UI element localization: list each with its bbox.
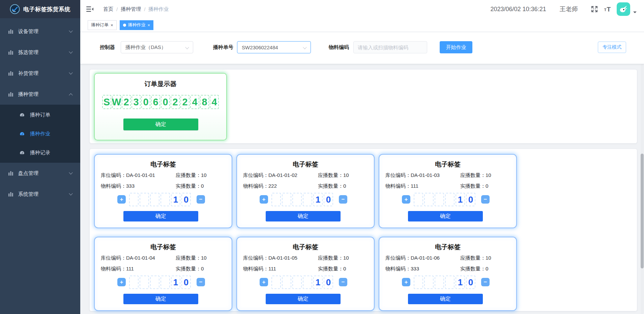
material-field: 物料编码：111 bbox=[385, 183, 418, 189]
font-size-icon[interactable]: T T bbox=[604, 6, 611, 12]
expected-qty-field: 应播数量：10 bbox=[318, 172, 349, 179]
location-field: 库位编码：DA-01-01-04 bbox=[101, 255, 155, 261]
location-value: DA-01-01-02 bbox=[268, 172, 297, 178]
expected-qty-field: 应播数量：10 bbox=[460, 255, 491, 261]
count-display: 1 0 bbox=[271, 276, 333, 289]
increment-button[interactable]: + bbox=[117, 278, 126, 286]
label-card-title: 电子标签 bbox=[237, 243, 374, 252]
user-menu-caret-icon[interactable] bbox=[633, 11, 637, 15]
sidebar-item-seeding-order[interactable]: 播种订单 bbox=[0, 105, 80, 124]
order-digit-cell: S bbox=[102, 95, 111, 109]
order-digit-cell: 3 bbox=[131, 95, 141, 109]
sidebar-item-seeding-job[interactable]: 播种作业 bbox=[0, 124, 80, 143]
increment-button[interactable]: + bbox=[260, 195, 268, 204]
increment-button[interactable]: + bbox=[402, 278, 410, 286]
confirm-button[interactable]: 确定 bbox=[408, 211, 483, 221]
decrement-button[interactable]: − bbox=[197, 278, 205, 286]
location-label: 库位编码： bbox=[385, 172, 411, 178]
sidebar-item-seeding-record[interactable]: 播种记录 bbox=[0, 143, 80, 162]
actual-qty-label: 实播数量： bbox=[460, 183, 486, 189]
start-job-button[interactable]: 开始作业 bbox=[440, 41, 472, 53]
count-digit-cell bbox=[414, 193, 423, 206]
confirm-button[interactable]: 确定 bbox=[266, 294, 341, 304]
actual-qty-field: 实播数量：0 bbox=[318, 183, 346, 189]
decrement-button[interactable]: − bbox=[481, 195, 490, 204]
chevron-down-icon bbox=[69, 29, 72, 32]
actual-qty-label: 实播数量： bbox=[176, 266, 201, 271]
material-label: 物料编码： bbox=[385, 183, 411, 189]
sidebar-item-label: 播种管理 bbox=[18, 91, 38, 98]
label-card-title: 电子标签 bbox=[379, 243, 516, 252]
expected-qty-value: 10 bbox=[343, 172, 349, 178]
increment-button[interactable]: + bbox=[402, 195, 410, 204]
sidebar-submenu-seeding: 播种订单 播种作业 播种记录 bbox=[0, 105, 80, 163]
confirm-button[interactable]: 确定 bbox=[123, 211, 198, 221]
material-label: 物料编码： bbox=[385, 266, 411, 271]
chevron-down-icon bbox=[69, 191, 72, 195]
sidebar-menu: 设备管理 拣选管理 补货管理 播种管理 播种订单 bbox=[0, 18, 80, 205]
location-label: 库位编码： bbox=[243, 172, 268, 178]
focus-mode-button[interactable]: 专注模式 bbox=[598, 42, 626, 53]
count-digit-cell bbox=[271, 276, 281, 289]
actual-qty-field: 实播数量：0 bbox=[460, 183, 488, 189]
breadcrumb-home[interactable]: 首页 bbox=[103, 6, 113, 12]
material-code-input[interactable] bbox=[353, 41, 427, 53]
decrement-button[interactable]: − bbox=[197, 195, 205, 204]
label-card: 电子标签 库位编码：DA-01-01-01 应播数量：10 物料编码：333 实… bbox=[94, 154, 232, 228]
decrement-button[interactable]: − bbox=[481, 278, 490, 286]
sidebar-item-system-mgmt[interactable]: 系统管理 bbox=[0, 184, 80, 205]
scrollbar-thumb[interactable] bbox=[641, 154, 644, 268]
decrement-button[interactable]: − bbox=[339, 195, 347, 204]
order-display-panel: 订单显示器 S W 2 3 0 6 0 2 2 4 8 4 确定 bbox=[89, 69, 637, 143]
material-label: 物料编码： bbox=[101, 266, 126, 271]
fullscreen-icon[interactable] bbox=[591, 5, 598, 13]
label-card: 电子标签 库位编码：DA-01-01-02 应播数量：10 物料编码：222 实… bbox=[236, 154, 375, 228]
decrement-button[interactable]: − bbox=[339, 278, 347, 286]
count-digit-cell: 1 bbox=[456, 276, 465, 289]
sidebar-item-device-mgmt[interactable]: 设备管理 bbox=[0, 21, 80, 42]
expected-qty-field: 应播数量：10 bbox=[176, 255, 207, 261]
count-digit-cell bbox=[140, 276, 149, 289]
material-value: 333 bbox=[411, 266, 419, 271]
count-digit-cell bbox=[160, 193, 170, 206]
order-digit-cell: 2 bbox=[122, 95, 131, 109]
breadcrumb-seeding-mgmt[interactable]: 播种管理 bbox=[121, 6, 141, 12]
confirm-button[interactable]: 确定 bbox=[408, 294, 483, 304]
tab-seeding-order[interactable]: 播种订单 × bbox=[88, 20, 117, 30]
sidebar-item-replenish-mgmt[interactable]: 补货管理 bbox=[0, 63, 80, 84]
chevron-down-icon bbox=[69, 171, 72, 174]
sidebar-collapse-icon[interactable] bbox=[86, 6, 94, 12]
font-size-large-glyph: T bbox=[607, 6, 611, 12]
confirm-button[interactable]: 确定 bbox=[123, 294, 198, 304]
sidebar-item-label: 播种记录 bbox=[30, 150, 50, 156]
seeding-order-select[interactable]: SW2306022484 bbox=[237, 41, 311, 53]
material-field: 物料编码：333 bbox=[385, 266, 419, 272]
tab-close-icon[interactable]: × bbox=[148, 23, 150, 27]
tab-close-icon[interactable]: × bbox=[111, 23, 113, 27]
location-field: 库位编码：DA-01-01-01 bbox=[101, 172, 155, 179]
expected-qty-label: 应播数量： bbox=[318, 172, 343, 178]
location-field: 库位编码：DA-01-01-06 bbox=[385, 255, 440, 261]
sidebar-item-label: 播种作业 bbox=[30, 131, 50, 137]
tab-label: 播种订单 bbox=[91, 22, 109, 28]
sidebar-item-picking-mgmt[interactable]: 拣选管理 bbox=[0, 42, 80, 63]
avatar[interactable] bbox=[617, 2, 630, 16]
gauge-icon bbox=[20, 131, 25, 136]
tab-seeding-job[interactable]: 播种作业 × bbox=[120, 20, 154, 30]
expected-qty-label: 应播数量： bbox=[318, 255, 343, 261]
count-digit-cell: 0 bbox=[324, 276, 333, 289]
chevron-down-icon bbox=[303, 45, 306, 49]
count-display: 1 0 bbox=[129, 193, 191, 206]
font-size-small-glyph: T bbox=[604, 7, 607, 12]
confirm-button[interactable]: 确定 bbox=[266, 211, 341, 221]
location-value: DA-01-01-04 bbox=[126, 255, 155, 261]
actual-qty-label: 实播数量： bbox=[318, 183, 343, 189]
sidebar-item-seeding-mgmt[interactable]: 播种管理 bbox=[0, 84, 80, 105]
count-digit-cell bbox=[303, 193, 312, 206]
material-value: 222 bbox=[268, 183, 277, 189]
order-confirm-button[interactable]: 确定 bbox=[123, 119, 198, 130]
increment-button[interactable]: + bbox=[260, 278, 268, 286]
controller-select[interactable]: 播种作业（DAS） bbox=[121, 41, 193, 53]
sidebar-item-stocktake-mgmt[interactable]: 盘点管理 bbox=[0, 163, 80, 184]
increment-button[interactable]: + bbox=[117, 195, 126, 204]
